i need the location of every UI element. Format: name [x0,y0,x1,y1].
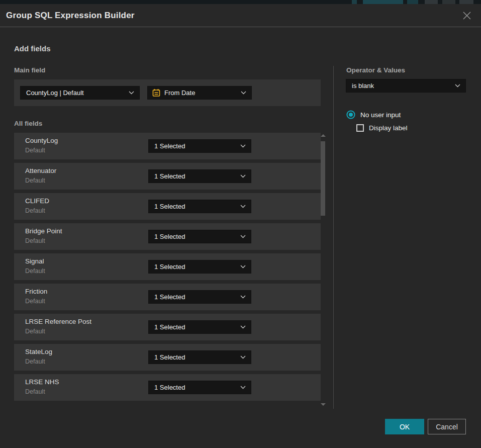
field-name-label: Signal [25,257,44,265]
field-name-label: StateLog [25,348,52,355]
field-selected-dropdown[interactable]: 1 Selected [148,381,251,394]
operator-values-heading: Operator & Values [346,66,405,74]
field-selected-dropdown[interactable]: 1 Selected [148,200,251,213]
background-artifact [363,0,403,4]
field-subtitle-label: Default [25,237,45,244]
no-user-input-radio[interactable]: No user input [346,110,401,119]
field-name-label: LRSE Reference Post [25,318,91,325]
main-field-source-dropdown[interactable]: CountyLog | Default [20,86,140,100]
scroll-up-arrow-icon[interactable] [321,134,326,137]
chevron-down-icon [240,325,246,329]
field-row: Bridge Point Default 1 Selected [14,223,321,250]
scrollbar-thumb[interactable] [321,141,325,216]
chevron-down-icon [240,144,246,148]
main-field-field-value: From Date [164,89,241,97]
field-selected-value: 1 Selected [149,353,240,361]
display-label-text: Display label [369,124,408,132]
group-sql-expression-builder-dialog: Group SQL Expression Builder Add fields … [0,4,481,448]
checkbox-unchecked-icon [356,124,364,132]
field-subtitle-label: Default [25,207,45,214]
field-row: CLIFED Default 1 Selected [14,193,321,220]
field-subtitle-label: Default [25,388,45,395]
background-artifact [407,0,418,4]
chevron-down-icon [240,386,246,389]
cancel-button[interactable]: Cancel [428,419,466,434]
main-field-panel: CountyLog | Default From Date [14,79,321,106]
background-app-strip [0,0,481,4]
dialog-title: Group SQL Expression Builder [6,11,135,21]
chevron-down-icon [455,84,460,87]
field-name-label: Bridge Point [25,227,62,235]
close-icon [462,11,471,20]
chevron-down-icon [240,205,246,208]
field-row: CountyLog Default 1 Selected [14,133,321,159]
field-selected-value: 1 Selected [149,203,240,210]
field-row: Signal Default 1 Selected [14,253,321,280]
field-subtitle-label: Default [25,147,45,154]
chevron-down-icon [240,235,246,238]
field-selected-value: 1 Selected [149,233,240,240]
close-button[interactable] [460,9,474,23]
field-selected-dropdown[interactable]: 1 Selected [148,350,251,364]
all-fields-label: All fields [14,120,42,127]
background-artifact [442,0,455,4]
background-artifact [459,0,473,4]
field-subtitle-label: Default [25,358,45,365]
chevron-down-icon [240,295,246,299]
scrollbar [320,132,326,407]
all-fields-list: CountyLog Default 1 Selected Attenuator … [14,133,321,404]
dialog-titlebar: Group SQL Expression Builder [0,4,481,27]
field-selected-dropdown[interactable]: 1 Selected [148,320,251,334]
field-row: LRSE Reference Post Default 1 Selected [14,314,321,340]
display-label-checkbox[interactable]: Display label [356,124,408,132]
calendar-icon [152,88,160,97]
screen: Group SQL Expression Builder Add fields … [0,0,481,448]
chevron-down-icon [241,91,246,95]
field-selected-dropdown[interactable]: 1 Selected [148,139,251,153]
add-fields-heading: Add fields [14,44,51,53]
field-selected-value: 1 Selected [149,142,240,150]
main-field-source-value: CountyLog | Default [21,89,129,97]
field-selected-value: 1 Selected [149,323,240,331]
main-field-field-dropdown[interactable]: From Date [147,86,252,100]
field-name-label: Attenuator [25,167,56,174]
field-row: LRSE NHS Default 1 Selected [14,374,321,401]
field-selected-dropdown[interactable]: 1 Selected [148,169,251,183]
chevron-down-icon [240,355,246,359]
field-selected-dropdown[interactable]: 1 Selected [148,230,251,243]
chevron-down-icon [129,91,134,95]
field-name-label: Friction [25,288,47,295]
background-artifact [352,0,357,4]
field-selected-dropdown[interactable]: 1 Selected [148,290,251,304]
scroll-down-arrow-icon[interactable] [321,403,326,406]
panel-divider [333,66,334,409]
field-subtitle-label: Default [25,177,45,184]
field-selected-value: 1 Selected [149,384,240,391]
field-row: StateLog Default 1 Selected [14,344,321,371]
chevron-down-icon [240,174,246,178]
field-selected-dropdown[interactable]: 1 Selected [148,260,251,274]
main-field-label: Main field [14,66,45,74]
field-subtitle-label: Default [25,298,45,305]
field-row: Attenuator Default 1 Selected [14,163,321,190]
radio-selected-icon [346,110,355,119]
field-name-label: CLIFED [25,197,49,205]
field-row: Friction Default 1 Selected [14,284,321,310]
field-name-label: CountyLog [25,137,58,144]
field-subtitle-label: Default [25,328,45,335]
field-subtitle-label: Default [25,267,45,275]
field-selected-value: 1 Selected [149,172,240,180]
field-selected-value: 1 Selected [149,293,240,301]
field-name-label: LRSE NHS [25,378,59,386]
ok-button[interactable]: OK [385,419,424,434]
field-selected-value: 1 Selected [149,263,240,271]
operator-dropdown[interactable]: is blank [346,79,466,93]
chevron-down-icon [240,265,246,268]
operator-value: is blank [346,82,455,89]
background-artifact [425,0,438,4]
no-user-input-label: No user input [360,111,401,119]
